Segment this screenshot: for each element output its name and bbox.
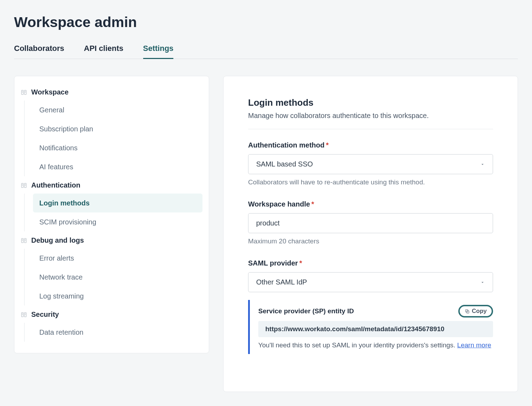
sidebar-group-security: SecurityData retention [21, 308, 202, 342]
sidebar-group-label: Authentication [31, 181, 80, 189]
copy-icon [465, 309, 470, 314]
workspace-handle-field: Workspace handle* Maximum 20 characters [248, 200, 493, 245]
copy-button[interactable]: Copy [458, 305, 493, 317]
required-marker: * [326, 141, 329, 149]
tabs: CollaboratorsAPI clientsSettings [14, 44, 518, 59]
sidebar-item-notifications[interactable]: Notifications [33, 138, 202, 157]
building-icon [21, 237, 27, 244]
sidebar-group-children: Login methodsSCIM provisioning [24, 194, 202, 231]
building-icon [21, 182, 27, 189]
page-title: Workspace admin [14, 14, 518, 31]
workspace-handle-label: Workspace handle* [248, 200, 493, 208]
copy-button-label: Copy [472, 308, 487, 315]
saml-provider-label: SAML provider* [248, 259, 493, 267]
sidebar-group-children: Data retention [24, 323, 202, 342]
saml-provider-value: Other SAML IdP [256, 278, 307, 286]
sidebar-item-network-trace[interactable]: Network trace [33, 268, 202, 287]
sidebar-item-data-retention[interactable]: Data retention [33, 323, 202, 342]
required-marker: * [311, 200, 314, 208]
chevron-down-icon [480, 280, 485, 285]
sidebar-group-header: Authentication [21, 178, 202, 194]
workspace-handle-label-text: Workspace handle [248, 200, 310, 208]
workspace-handle-input[interactable] [248, 213, 493, 233]
auth-method-helper: Collaborators will have to re-authentica… [248, 178, 493, 186]
chevron-down-icon [480, 162, 485, 167]
sidebar-item-subscription-plan[interactable]: Subscription plan [33, 119, 202, 138]
settings-main: Login methods Manage how collaborators a… [223, 76, 518, 392]
sidebar-group-label: Workspace [31, 88, 68, 96]
learn-more-link[interactable]: Learn more [457, 341, 491, 349]
workspace-handle-helper: Maximum 20 characters [248, 237, 493, 245]
building-icon [21, 89, 27, 96]
sidebar-group-label: Security [31, 310, 59, 319]
sidebar-group-header: Security [21, 308, 202, 323]
section-title: Login methods [248, 97, 493, 108]
required-marker: * [299, 259, 302, 267]
sidebar-group-children: Error alertsNetwork traceLog streaming [24, 249, 202, 306]
saml-provider-field: SAML provider* Other SAML IdP Service pr… [248, 259, 493, 354]
sp-entity-desc: You'll need this to set up SAML in your … [258, 341, 493, 349]
tab-api-clients[interactable]: API clients [84, 44, 123, 59]
auth-method-label: Authentication method* [248, 141, 493, 149]
sidebar-item-error-alerts[interactable]: Error alerts [33, 249, 202, 268]
settings-sidebar: WorkspaceGeneralSubscription planNotific… [14, 76, 209, 353]
sp-entity-block: Service provider (SP) entity ID Copy htt… [248, 300, 493, 354]
sidebar-item-general[interactable]: General [33, 100, 202, 119]
divider [248, 129, 493, 129]
sidebar-group-debug-and-logs: Debug and logsError alertsNetwork traceL… [21, 234, 202, 306]
auth-method-label-text: Authentication method [248, 141, 325, 149]
auth-method-select[interactable]: SAML based SSO [248, 154, 493, 174]
auth-method-value: SAML based SSO [256, 160, 313, 168]
sp-entity-title: Service provider (SP) entity ID [258, 307, 354, 315]
sidebar-item-log-streaming[interactable]: Log streaming [33, 287, 202, 306]
tab-collaborators[interactable]: Collaborators [14, 44, 64, 59]
sidebar-group-label: Debug and logs [31, 236, 84, 244]
tab-settings[interactable]: Settings [143, 44, 174, 59]
sidebar-item-login-methods[interactable]: Login methods [33, 194, 202, 212]
section-subtitle: Manage how collaborators authenticate to… [248, 112, 493, 120]
saml-provider-label-text: SAML provider [248, 259, 298, 267]
sidebar-group-children: GeneralSubscription planNotificationsAI … [24, 100, 202, 176]
sidebar-group-header: Workspace [21, 85, 202, 100]
saml-provider-select[interactable]: Other SAML IdP [248, 272, 493, 292]
sidebar-item-ai-features[interactable]: AI features [33, 157, 202, 176]
sidebar-group-header: Debug and logs [21, 234, 202, 249]
sidebar-item-scim-provisioning[interactable]: SCIM provisioning [33, 212, 202, 231]
sp-entity-desc-text: You'll need this to set up SAML in your … [258, 341, 457, 349]
sp-entity-url: https://www.workato.com/saml/metadata/id… [258, 321, 493, 337]
building-icon [21, 312, 27, 318]
sidebar-group-authentication: AuthenticationLogin methodsSCIM provisio… [21, 178, 202, 231]
sidebar-group-workspace: WorkspaceGeneralSubscription planNotific… [21, 85, 202, 176]
auth-method-field: Authentication method* SAML based SSO Co… [248, 141, 493, 186]
